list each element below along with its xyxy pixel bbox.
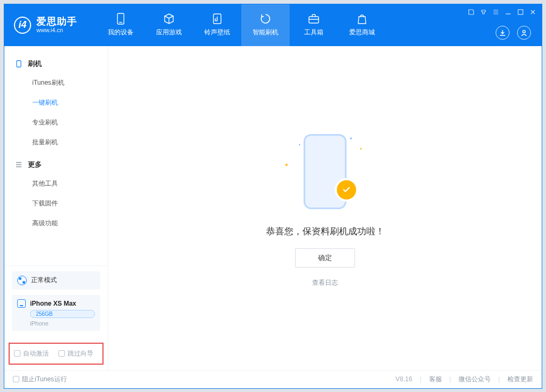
checkbox-box-icon: [13, 376, 19, 382]
svg-rect-4: [518, 10, 523, 14]
sidebar-item-itunes-flash[interactable]: iTunes刷机: [4, 73, 108, 93]
sidebar-item-oneclick-flash[interactable]: 一键刷机: [4, 93, 108, 113]
tab-apps[interactable]: 应用游戏: [145, 4, 193, 46]
flash-options-highlight: 自动激活 跳过向导: [9, 343, 104, 365]
tab-label: 铃声壁纸: [204, 28, 230, 37]
device-panel: 正常模式 iPhone XS Max 256GB iPhone: [4, 265, 108, 336]
view-log-link[interactable]: 查看日志: [312, 278, 338, 287]
checkbox-box-icon: [58, 350, 65, 357]
sidebar-item-advanced[interactable]: 高级功能: [4, 213, 108, 233]
tab-my-device[interactable]: 我的设备: [97, 4, 145, 46]
tab-ringtones[interactable]: 铃声壁纸: [193, 4, 241, 46]
separator: |: [498, 375, 500, 383]
device-storage: 256GB: [30, 310, 95, 318]
device-info[interactable]: iPhone XS Max 256GB iPhone: [12, 295, 100, 331]
sparkle-icon: ✦: [284, 162, 289, 168]
menu-icon[interactable]: [492, 9, 499, 17]
sidebar-item-other-tools[interactable]: 其他工具: [4, 174, 108, 194]
list-icon: [15, 161, 23, 168]
sidebar-group-title: 更多: [28, 160, 42, 169]
phone-icon: [15, 60, 23, 68]
minimize-icon[interactable]: [505, 9, 512, 17]
feedback-icon[interactable]: [468, 9, 475, 17]
support-link[interactable]: 客服: [429, 375, 442, 384]
maximize-icon[interactable]: [517, 9, 524, 17]
phone-illustration-icon: [304, 134, 346, 209]
nav-tabs: 我的设备 应用游戏 铃声壁纸 智能刷机 工具箱 爱思商城: [97, 4, 386, 46]
sparkle-icon: ✦: [349, 136, 353, 141]
tab-label: 工具箱: [304, 28, 323, 37]
sidebar-group-title: 刷机: [28, 59, 42, 69]
tab-flash[interactable]: 智能刷机: [241, 4, 290, 46]
tab-label: 智能刷机: [253, 28, 278, 37]
checkbox-skip-guide[interactable]: 跳过向导: [58, 349, 93, 358]
success-message: 恭喜您，保资料刷机成功啦！: [266, 225, 385, 238]
logo-icon: i4: [14, 17, 31, 34]
tab-label: 爱思商城: [349, 28, 375, 37]
music-file-icon: [211, 13, 223, 25]
separator: |: [449, 375, 451, 383]
tab-store[interactable]: 爱思商城: [338, 4, 386, 46]
tab-label: 我的设备: [108, 28, 134, 37]
checkbox-label: 阻止iTunes运行: [22, 375, 67, 384]
wechat-link[interactable]: 微信公众号: [459, 375, 491, 384]
sidebar-item-download-firmware[interactable]: 下载固件: [4, 194, 108, 213]
checkbox-block-itunes[interactable]: 阻止iTunes运行: [13, 375, 67, 384]
svg-rect-1: [119, 22, 122, 23]
svg-rect-3: [309, 17, 319, 23]
ok-button[interactable]: 确定: [295, 248, 355, 268]
device-type: iPhone: [30, 320, 95, 327]
skin-icon[interactable]: [480, 9, 487, 17]
app-subtitle: www.i4.cn: [36, 27, 77, 33]
sparkle-icon: ✦: [359, 147, 363, 151]
success-illustration: ✦ ✦ ✦ ✦: [277, 129, 373, 215]
cube-icon: [163, 13, 175, 25]
checkbox-label: 自动激活: [23, 349, 49, 358]
checkbox-label: 跳过向导: [68, 349, 93, 358]
close-icon[interactable]: [529, 9, 536, 17]
tab-label: 应用游戏: [156, 28, 182, 37]
logo: i4 爱思助手 www.i4.cn: [4, 4, 87, 46]
check-update-link[interactable]: 检查更新: [507, 375, 533, 384]
success-check-icon: [337, 180, 356, 199]
checkbox-auto-activate[interactable]: 自动激活: [14, 349, 49, 358]
svg-point-5: [523, 30, 526, 33]
device-icon: [115, 13, 127, 25]
device-mode-label: 正常模式: [31, 276, 57, 285]
mode-icon: [17, 276, 27, 285]
body: 刷机 iTunes刷机 一键刷机 专业刷机 批量刷机 更多 其他工具 下载固件 …: [4, 46, 542, 370]
header: i4 爱思助手 www.i4.cn 我的设备 应用游戏 铃声壁纸 智能刷机: [4, 4, 542, 46]
bag-icon: [356, 13, 368, 25]
statusbar: 阻止iTunes运行 V8.16 | 客服 | 微信公众号 | 检查更新: [4, 370, 542, 388]
sidebar-group-flash: 刷机: [4, 51, 108, 73]
version-label: V8.16: [395, 375, 412, 383]
toolbox-icon: [308, 13, 320, 25]
main-content: ✦ ✦ ✦ ✦ 恭喜您，保资料刷机成功啦！ 确定 查看日志: [108, 46, 542, 370]
sidebar: 刷机 iTunes刷机 一键刷机 专业刷机 批量刷机 更多 其他工具 下载固件 …: [4, 46, 108, 370]
device-name: iPhone XS Max: [30, 300, 76, 307]
account-button[interactable]: [517, 26, 531, 40]
sidebar-group-more: 更多: [4, 152, 108, 174]
app-title: 爱思助手: [36, 17, 77, 27]
app-window: i4 爱思助手 www.i4.cn 我的设备 应用游戏 铃声壁纸 智能刷机: [4, 4, 542, 389]
tab-toolbox[interactable]: 工具箱: [290, 4, 338, 46]
sparkle-icon: ✦: [298, 143, 301, 146]
svg-rect-6: [17, 61, 21, 67]
phone-icon: [17, 299, 26, 308]
refresh-shield-icon: [260, 13, 271, 25]
window-controls: [468, 9, 536, 17]
download-button[interactable]: [496, 26, 510, 40]
sidebar-item-pro-flash[interactable]: 专业刷机: [4, 113, 108, 132]
checkbox-box-icon: [14, 350, 20, 357]
device-mode[interactable]: 正常模式: [12, 271, 100, 290]
separator: |: [420, 375, 422, 383]
sidebar-item-batch-flash[interactable]: 批量刷机: [4, 132, 108, 152]
